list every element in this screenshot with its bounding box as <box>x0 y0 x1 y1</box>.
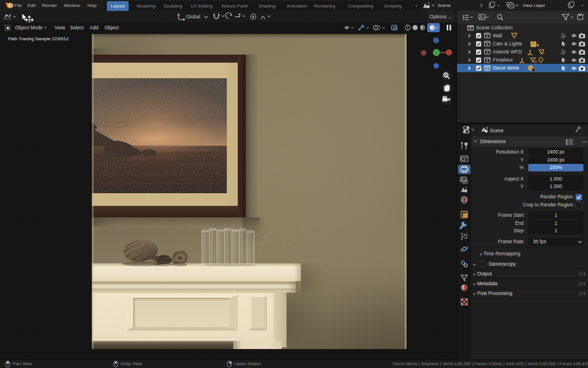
svg-text:Y: Y <box>435 51 438 55</box>
svg-text:X: X <box>448 51 451 55</box>
svg-text:Z: Z <box>435 39 437 43</box>
